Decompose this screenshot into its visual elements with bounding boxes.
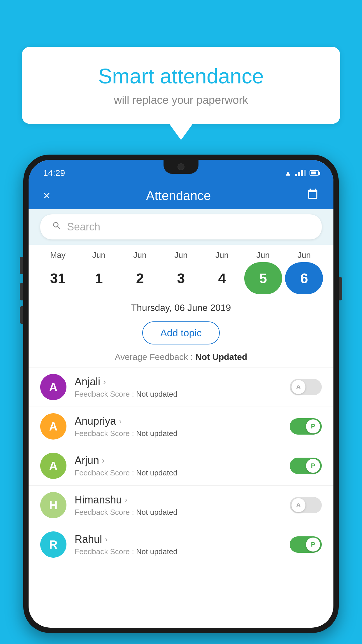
search-bar[interactable]: Search	[40, 214, 322, 239]
student-feedback: Feedback Score : Not updated	[75, 508, 282, 517]
add-topic-container: Add topic	[29, 316, 333, 350]
speech-bubble-container: Smart attendance will replace your paper…	[22, 47, 340, 140]
status-time: 14:29	[43, 168, 65, 178]
phone-notch	[164, 160, 198, 174]
speech-bubble-tail	[169, 124, 193, 140]
student-name: Anupriya ›	[75, 415, 282, 427]
app-bar: × Attendance	[29, 182, 333, 209]
selected-date-text: Thursday, 06 June 2019	[131, 302, 231, 313]
calendar-date-5[interactable]: 5	[244, 262, 282, 294]
signal-icon	[295, 170, 306, 176]
search-container: Search	[29, 209, 333, 245]
toggle-knob: P	[306, 459, 320, 473]
calendar-month-label: Jun	[162, 251, 200, 260]
search-icon	[52, 221, 62, 233]
calendar-month-label: Jun	[80, 251, 118, 260]
calendar-date-2[interactable]: 2	[121, 262, 159, 294]
toggle-knob: P	[306, 538, 320, 552]
toggle-knob: A	[291, 498, 305, 512]
student-feedback-value: Not updated	[136, 468, 178, 477]
student-info[interactable]: Anupriya ›Feedback Score : Not updated	[75, 415, 282, 438]
speech-bubble-subtitle: will replace your paperwork	[45, 94, 317, 106]
phone-frame: 14:29 ▲	[23, 155, 339, 633]
student-name: Anjali ›	[75, 376, 282, 388]
calendar-month-label: May	[39, 251, 77, 260]
selected-date-info: Thursday, 06 June 2019	[29, 297, 333, 316]
calendar-month-label: Jun	[203, 251, 241, 260]
average-feedback: Average Feedback : Not Updated	[29, 350, 333, 367]
average-feedback-value: Not Updated	[195, 352, 247, 362]
student-info[interactable]: Arjun ›Feedback Score : Not updated	[75, 454, 282, 477]
battery-fill	[311, 172, 316, 174]
student-info[interactable]: Rahul ›Feedback Score : Not updated	[75, 533, 282, 556]
speech-bubble: Smart attendance will replace your paper…	[22, 47, 340, 124]
battery-icon	[310, 170, 319, 176]
toggle-knob: P	[306, 419, 320, 433]
student-info[interactable]: Anjali ›Feedback Score : Not updated	[75, 376, 282, 399]
student-avatar: A	[40, 374, 66, 400]
calendar-strip: MayJunJunJunJunJunJun 31123456	[29, 245, 333, 297]
student-feedback-value: Not updated	[136, 429, 178, 438]
calendar-date-4[interactable]: 4	[203, 262, 241, 294]
toggle-container[interactable]: A	[290, 379, 322, 395]
student-avatar: R	[40, 531, 66, 558]
attendance-toggle[interactable]: A	[290, 497, 322, 513]
student-avatar: A	[40, 453, 66, 479]
student-item: HHimanshu ›Feedback Score : Not updatedA	[29, 485, 333, 525]
student-arrow-icon: ›	[102, 456, 105, 465]
volume-down-button	[20, 283, 23, 300]
student-avatar: H	[40, 492, 66, 518]
attendance-toggle[interactable]: P	[290, 418, 322, 435]
student-arrow-icon: ›	[125, 495, 127, 505]
toggle-container[interactable]: P	[290, 536, 322, 553]
calendar-dates: 31123456	[37, 262, 325, 294]
close-icon[interactable]: ×	[43, 189, 50, 203]
average-feedback-label: Average Feedback :	[115, 352, 195, 362]
calendar-date-3[interactable]: 3	[162, 262, 200, 294]
student-arrow-icon: ›	[103, 377, 106, 386]
silent-button	[20, 306, 23, 324]
add-topic-button[interactable]: Add topic	[142, 321, 220, 344]
phone-container: 14:29 ▲	[23, 155, 339, 644]
student-feedback-value: Not updated	[136, 390, 178, 398]
calendar-date-6[interactable]: 6	[285, 262, 323, 294]
calendar-date-31[interactable]: 31	[39, 262, 77, 294]
student-name: Arjun ›	[75, 454, 282, 467]
app-bar-title: Attendance	[146, 188, 211, 203]
student-feedback: Feedback Score : Not updated	[75, 468, 282, 477]
calendar-month-label: Jun	[244, 251, 282, 260]
student-name: Rahul ›	[75, 533, 282, 545]
toggle-container[interactable]: P	[290, 458, 322, 474]
student-arrow-icon: ›	[105, 535, 108, 544]
student-feedback: Feedback Score : Not updated	[75, 547, 282, 556]
calendar-months: MayJunJunJunJunJunJun	[37, 251, 325, 260]
student-avatar: A	[40, 413, 66, 440]
student-feedback: Feedback Score : Not updated	[75, 390, 282, 399]
student-arrow-icon: ›	[119, 416, 122, 426]
calendar-month-label: Jun	[121, 251, 159, 260]
toggle-knob: A	[291, 380, 305, 394]
search-input-placeholder: Search	[67, 221, 100, 233]
student-feedback-value: Not updated	[136, 508, 178, 517]
attendance-toggle[interactable]: P	[290, 536, 322, 553]
volume-up-button	[20, 257, 23, 274]
phone-screen: 14:29 ▲	[29, 160, 333, 628]
calendar-date-1[interactable]: 1	[80, 262, 118, 294]
student-name: Himanshu ›	[75, 494, 282, 506]
calendar-month-label: Jun	[285, 251, 323, 260]
student-feedback-value: Not updated	[136, 547, 178, 556]
student-item: AArjun ›Feedback Score : Not updatedP	[29, 446, 333, 485]
phone-camera	[178, 163, 184, 170]
power-button	[339, 277, 342, 300]
student-feedback: Feedback Score : Not updated	[75, 429, 282, 438]
calendar-icon[interactable]	[307, 188, 319, 203]
student-item: RRahul ›Feedback Score : Not updatedP	[29, 525, 333, 564]
toggle-container[interactable]: A	[290, 497, 322, 513]
toggle-container[interactable]: P	[290, 418, 322, 435]
student-list: AAnjali ›Feedback Score : Not updatedAAA…	[29, 367, 333, 628]
student-info[interactable]: Himanshu ›Feedback Score : Not updated	[75, 494, 282, 517]
student-item: AAnjali ›Feedback Score : Not updatedA	[29, 367, 333, 407]
speech-bubble-title: Smart attendance	[45, 64, 317, 88]
attendance-toggle[interactable]: P	[290, 458, 322, 474]
attendance-toggle[interactable]: A	[290, 379, 322, 395]
